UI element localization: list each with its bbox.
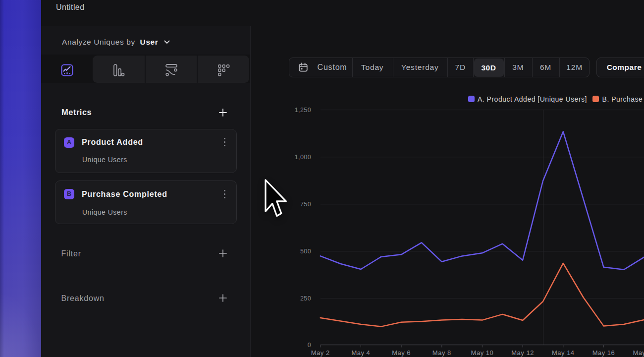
svg-text:1,000: 1,000 (295, 154, 311, 161)
svg-text:May 16: May 16 (592, 349, 615, 357)
svg-text:1,250: 1,250 (295, 107, 311, 114)
svg-text:750: 750 (300, 201, 311, 208)
svg-text:May 4: May 4 (351, 349, 370, 357)
svg-text:500: 500 (300, 248, 311, 255)
svg-text:May 12: May 12 (511, 349, 534, 357)
svg-text:May 6: May 6 (392, 349, 411, 357)
svg-text:May 2: May 2 (311, 349, 330, 357)
svg-text:250: 250 (300, 295, 311, 302)
svg-text:May 10: May 10 (471, 349, 494, 357)
svg-text:0: 0 (308, 342, 311, 349)
svg-text:May 14: May 14 (552, 349, 575, 357)
svg-text:May 8: May 8 (432, 349, 451, 357)
svg-text:May 18: May 18 (633, 349, 644, 357)
